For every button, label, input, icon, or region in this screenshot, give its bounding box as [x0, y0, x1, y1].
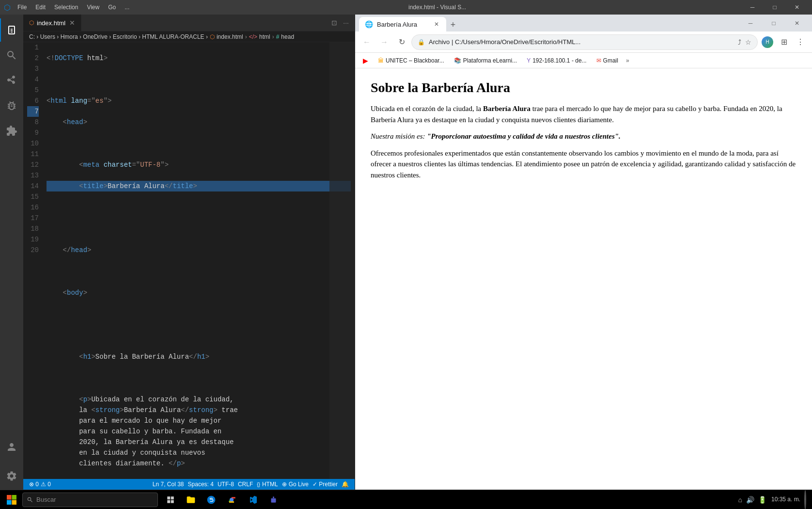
title-bar: ⬡ File Edit Selection View Go ... index.…: [0, 0, 812, 15]
activity-settings[interactable]: [0, 464, 23, 488]
status-bell[interactable]: 🔔: [340, 481, 351, 488]
system-tray: ⌂ 🔊 🔋: [737, 495, 767, 505]
code-line-5: [47, 138, 351, 149]
maximize-button[interactable]: □: [764, 0, 786, 15]
reload-button[interactable]: ↻: [394, 34, 409, 50]
code-line-10: </head>: [47, 245, 351, 255]
activity-debug[interactable]: [0, 94, 23, 117]
editor-tab-index-html[interactable]: ⬡ index.html ✕: [23, 15, 81, 31]
bookmark-star-icon[interactable]: ☆: [745, 38, 751, 46]
status-right: Ln 7, Col 38 Spaces: 4 UTF-8 CRLF {} HTM…: [151, 481, 351, 488]
browser-menu-button[interactable]: ⋮: [793, 34, 808, 50]
taskbar-clock[interactable]: 10:35 a. m.: [771, 496, 800, 504]
vscode-app-icon: ⬡: [4, 3, 11, 12]
activity-bar: [0, 15, 23, 490]
nav-right-buttons: H ⊞ ⋮: [760, 34, 808, 50]
menu-edit[interactable]: Edit: [31, 3, 49, 12]
code-area[interactable]: 1 2 3 4 5 6 7 8 9 10 11 12 13 14 15 16 1…: [23, 42, 355, 479]
breadcrumb-html[interactable]: html: [259, 33, 270, 40]
title-bar-menu: File Edit Selection View Go ...: [14, 3, 133, 12]
bookmark-unitec[interactable]: 🏛 UNITEC – Blackboar...: [374, 55, 448, 66]
close-button[interactable]: ✕: [786, 0, 808, 15]
p1-text: Ubicada en el corazón de la ciudad, la: [371, 105, 483, 112]
code-line-12: <body>: [47, 287, 351, 298]
forward-button[interactable]: →: [376, 34, 392, 50]
title-bar-controls: ─ □ ✕: [741, 0, 808, 15]
tray-sound-icon[interactable]: 🔊: [745, 495, 755, 505]
extensions-button[interactable]: ⊞: [776, 34, 792, 50]
address-bar[interactable]: 🔒 Archivo | C:/Users/Hmora/OneDrive/Escr…: [411, 34, 758, 50]
bookmarks-more-button[interactable]: »: [626, 57, 629, 64]
taskbar-task-view[interactable]: [161, 490, 180, 509]
share-icon[interactable]: ⤴: [738, 38, 741, 46]
taskbar-teams[interactable]: [263, 490, 282, 509]
browser-panel: 🌐 Barbería Alura ✕ + ─ □ ✕ ← → ↻ 🔒 Archi…: [355, 15, 812, 490]
taskbar-explorer[interactable]: [181, 490, 201, 509]
svg-point-1: [230, 498, 234, 501]
address-text: Archivo | C:/Users/Hmora/OneDrive/Escrit…: [429, 38, 734, 46]
activity-search[interactable]: [0, 44, 23, 67]
menu-selection[interactable]: Selection: [50, 3, 82, 12]
bookmark-192[interactable]: Y 192-168.100.1 - de...: [523, 55, 590, 66]
breadcrumb-users[interactable]: C: › Users › Hmora › OneDrive › Escritor…: [29, 33, 208, 40]
bookmark-gmail[interactable]: ✉ Gmail: [593, 55, 622, 66]
new-tab-button[interactable]: +: [446, 18, 460, 32]
taskbar-pinned-apps: [161, 490, 282, 509]
tray-battery-icon[interactable]: 🔋: [757, 495, 767, 505]
status-prettier[interactable]: ✓ Prettier: [311, 481, 340, 488]
profile-button[interactable]: H: [760, 34, 775, 50]
activity-account[interactable]: [0, 437, 23, 461]
status-encoding[interactable]: UTF-8: [216, 481, 236, 488]
tab-close-button[interactable]: ✕: [69, 19, 75, 27]
menu-file[interactable]: File: [14, 3, 31, 12]
lock-icon: 🔒: [418, 39, 425, 46]
code-line-13: [47, 309, 351, 319]
browser-minimize-button[interactable]: ─: [739, 15, 762, 32]
taskbar-search-box[interactable]: Buscar: [22, 493, 158, 507]
browser-tab-active[interactable]: 🌐 Barbería Alura ✕: [359, 17, 446, 32]
taskbar-edge[interactable]: [202, 490, 221, 509]
activity-files[interactable]: [0, 18, 23, 42]
code-line-6: <meta charset="UTF-8">: [47, 159, 351, 170]
menu-more[interactable]: ...: [121, 3, 133, 12]
title-bar-title: index.html - Visual S...: [137, 4, 737, 11]
browser-maximize-button[interactable]: □: [763, 15, 785, 32]
page-paragraph-1: Ubicada en el corazón de la ciudad, la B…: [371, 103, 796, 125]
status-position[interactable]: Ln 7, Col 38: [151, 481, 186, 488]
status-eol[interactable]: CRLF: [236, 481, 255, 488]
back-button[interactable]: ←: [359, 34, 375, 50]
unitec-icon: 🏛: [378, 57, 384, 64]
bookmark-elearni[interactable]: 📚 Plataforma eLearni...: [450, 55, 521, 66]
taskbar-vscode[interactable]: [242, 490, 262, 509]
breadcrumb-filename[interactable]: index.html: [217, 33, 243, 40]
browser-tab-close-button[interactable]: ✕: [433, 20, 440, 28]
bookmark-youtube[interactable]: ▶: [359, 55, 372, 66]
show-desktop-button[interactable]: [804, 490, 806, 509]
breadcrumb-html-icon: </>: [249, 33, 257, 40]
menu-view[interactable]: View: [83, 3, 103, 12]
split-editor-button[interactable]: ⊡: [329, 18, 339, 28]
status-bar: ⊗ 0 ⚠ 0 Ln 7, Col 38 Spaces: 4 UTF-8 CRL…: [23, 479, 355, 490]
warning-count: ⚠ 0: [41, 481, 51, 488]
tray-network-icon[interactable]: ⌂: [737, 495, 743, 505]
page-heading: Sobre la Barbería Alura: [371, 80, 796, 95]
code-content[interactable]: <!DOCTYPE html> <html lang="es"> <head> …: [43, 42, 355, 479]
activity-extensions[interactable]: [0, 119, 23, 143]
start-button[interactable]: [2, 490, 21, 509]
taskbar: Buscar ⌂ 🔊 🔋 10:35 a. m.: [0, 490, 812, 509]
status-language[interactable]: {} HTML: [255, 481, 280, 488]
browser-window-controls: ─ □ ✕: [739, 15, 808, 32]
minimize-button[interactable]: ─: [741, 0, 764, 15]
taskbar-chrome[interactable]: [222, 490, 241, 509]
breadcrumb-head[interactable]: head: [281, 33, 294, 40]
code-line-11: [47, 266, 351, 277]
youtube-icon: ▶: [363, 57, 368, 64]
activity-source-control[interactable]: [0, 69, 23, 92]
more-tab-actions-button[interactable]: ···: [341, 18, 351, 28]
status-spaces[interactable]: Spaces: 4: [186, 481, 216, 488]
html-lang-icon: {}: [257, 482, 260, 487]
browser-close-button[interactable]: ✕: [786, 15, 808, 32]
status-errors[interactable]: ⊗ 0 ⚠ 0: [27, 481, 53, 488]
status-golive[interactable]: ⊕ Go Live: [280, 481, 311, 488]
menu-go[interactable]: Go: [104, 3, 120, 12]
